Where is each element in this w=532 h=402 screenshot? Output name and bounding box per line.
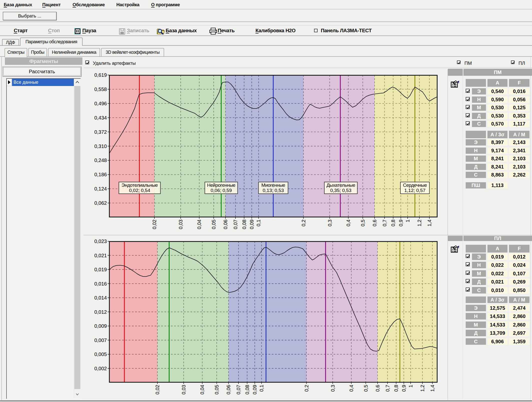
- svg-text:1,12; 0,57: 1,12; 0,57: [404, 188, 426, 193]
- svg-text:0,619: 0,619: [94, 72, 107, 78]
- svg-text:0,3: 0,3: [330, 385, 336, 392]
- svg-text:0,009: 0,009: [94, 323, 107, 329]
- svg-text:Дыхательные: Дыхательные: [327, 182, 355, 188]
- svg-text:0,09: 0,09: [252, 385, 257, 394]
- svg-text:0,372: 0,372: [94, 129, 107, 135]
- svg-text:0,04: 0,04: [196, 220, 202, 229]
- svg-text:0,434: 0,434: [94, 115, 107, 120]
- svg-text:0,1: 0,1: [259, 385, 264, 392]
- svg-text:Миогенные: Миогенные: [261, 182, 285, 188]
- svg-text:0,310: 0,310: [94, 144, 107, 149]
- svg-text:0,9: 0,9: [401, 385, 407, 392]
- svg-text:0,02: 0,02: [155, 385, 160, 394]
- svg-text:1: 1: [405, 220, 410, 222]
- svg-text:0,6: 0,6: [372, 220, 377, 226]
- svg-text:0,05: 0,05: [214, 385, 219, 394]
- svg-text:0,08: 0,08: [244, 385, 250, 394]
- svg-text:0,6: 0,6: [375, 385, 380, 392]
- svg-text:0,35; 0,53: 0,35; 0,53: [330, 188, 352, 193]
- svg-text:0,012: 0,012: [94, 309, 107, 315]
- svg-text:0,4: 0,4: [346, 220, 351, 226]
- svg-text:0,03: 0,03: [181, 385, 186, 394]
- svg-text:0,07: 0,07: [233, 220, 238, 229]
- svg-text:0,016: 0,016: [94, 281, 107, 286]
- svg-text:0,03: 0,03: [178, 220, 183, 229]
- svg-text:0,023: 0,023: [94, 238, 107, 244]
- svg-text:0,07: 0,07: [236, 385, 241, 394]
- svg-text:1: 1: [408, 385, 413, 388]
- svg-text:0,002: 0,002: [94, 366, 107, 371]
- svg-text:1,4: 1,4: [427, 220, 432, 226]
- svg-text:1,4: 1,4: [430, 385, 435, 392]
- svg-text:0,2: 0,2: [304, 385, 309, 392]
- svg-text:0,5: 0,5: [360, 220, 366, 226]
- svg-text:0,05: 0,05: [211, 220, 216, 229]
- svg-text:Сердечные: Сердечные: [403, 182, 427, 188]
- svg-text:0,019: 0,019: [94, 267, 107, 272]
- svg-text:0,186: 0,186: [94, 172, 107, 177]
- svg-text:0,8: 0,8: [390, 220, 396, 226]
- svg-text:0,06: 0,06: [223, 220, 228, 229]
- svg-text:1,2: 1,2: [420, 385, 425, 392]
- svg-text:0,558: 0,558: [94, 86, 107, 92]
- svg-text:Нейрогенные: Нейрогенные: [207, 182, 235, 188]
- svg-text:0,8: 0,8: [393, 385, 399, 392]
- svg-text:0,13; 0,53: 0,13; 0,53: [263, 188, 284, 193]
- svg-text:0,7: 0,7: [382, 220, 387, 226]
- svg-text:0,02; 0,54: 0,02; 0,54: [129, 188, 150, 193]
- svg-text:0,4: 0,4: [349, 385, 354, 392]
- svg-text:0,09: 0,09: [249, 220, 254, 229]
- svg-text:0,014: 0,014: [94, 295, 107, 300]
- svg-text:0,248: 0,248: [94, 158, 107, 163]
- svg-text:0,9: 0,9: [398, 220, 404, 226]
- svg-text:0,062: 0,062: [94, 200, 107, 206]
- svg-text:0,7: 0,7: [385, 385, 390, 392]
- svg-text:0,496: 0,496: [94, 101, 107, 106]
- svg-text:0,08: 0,08: [241, 220, 247, 229]
- svg-text:0,007: 0,007: [94, 338, 107, 343]
- svg-text:0,5: 0,5: [363, 385, 369, 392]
- svg-text:Эндотелиальные: Эндотелиальные: [122, 182, 158, 188]
- svg-text:0,02: 0,02: [152, 220, 157, 229]
- svg-text:0,2: 0,2: [301, 220, 306, 226]
- svg-text:0,06; 0,59: 0,06; 0,59: [211, 188, 232, 193]
- svg-text:0,06: 0,06: [226, 385, 231, 394]
- svg-text:0,124: 0,124: [94, 186, 107, 192]
- svg-text:0,1: 0,1: [256, 220, 261, 226]
- svg-text:0,021: 0,021: [94, 253, 107, 258]
- svg-text:1,2: 1,2: [417, 220, 422, 226]
- svg-text:0,005: 0,005: [94, 352, 107, 357]
- svg-text:0,3: 0,3: [327, 220, 333, 226]
- svg-text:0,04: 0,04: [199, 385, 205, 394]
